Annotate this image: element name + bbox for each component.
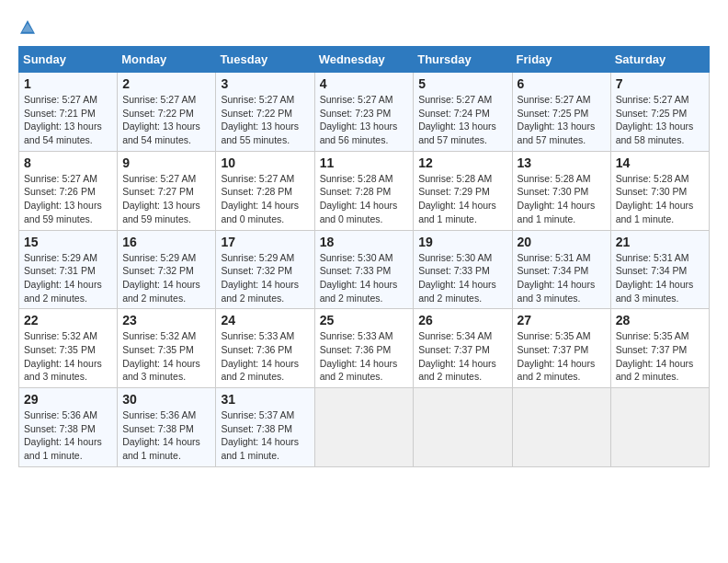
day-number: 16 bbox=[122, 235, 210, 249]
day-info: Sunrise: 5:27 AMSunset: 7:25 PMDaylight:… bbox=[616, 94, 694, 145]
calendar-cell: 10Sunrise: 5:27 AMSunset: 7:28 PMDayligh… bbox=[216, 151, 314, 230]
logo-icon bbox=[18, 18, 37, 37]
calendar-cell: 11Sunrise: 5:28 AMSunset: 7:28 PMDayligh… bbox=[314, 151, 414, 230]
day-number: 15 bbox=[24, 235, 112, 249]
logo bbox=[18, 18, 40, 37]
day-header-thursday: Thursday bbox=[414, 47, 512, 73]
day-number: 26 bbox=[418, 313, 506, 327]
calendar-cell: 23Sunrise: 5:32 AMSunset: 7:35 PMDayligh… bbox=[118, 309, 216, 388]
day-number: 23 bbox=[122, 313, 210, 327]
day-header-monday: Monday bbox=[118, 47, 216, 73]
day-header-wednesday: Wednesday bbox=[314, 47, 414, 73]
day-number: 5 bbox=[418, 76, 506, 91]
day-info: Sunrise: 5:30 AMSunset: 7:33 PMDaylight:… bbox=[320, 252, 398, 304]
calendar-cell: 24Sunrise: 5:33 AMSunset: 7:36 PMDayligh… bbox=[216, 309, 314, 388]
day-number: 18 bbox=[320, 235, 409, 249]
day-info: Sunrise: 5:32 AMSunset: 7:35 PMDaylight:… bbox=[24, 330, 102, 382]
day-info: Sunrise: 5:27 AMSunset: 7:21 PMDaylight:… bbox=[24, 94, 102, 145]
day-info: Sunrise: 5:31 AMSunset: 7:34 PMDaylight:… bbox=[616, 252, 694, 304]
day-info: Sunrise: 5:28 AMSunset: 7:30 PMDaylight:… bbox=[616, 173, 694, 224]
day-number: 20 bbox=[518, 235, 606, 249]
day-info: Sunrise: 5:27 AMSunset: 7:27 PMDaylight:… bbox=[122, 173, 200, 224]
calendar-cell: 8Sunrise: 5:27 AMSunset: 7:26 PMDaylight… bbox=[19, 151, 118, 230]
day-number: 25 bbox=[320, 313, 409, 327]
calendar-cell bbox=[414, 388, 512, 467]
day-number: 7 bbox=[616, 76, 704, 91]
calendar-cell: 21Sunrise: 5:31 AMSunset: 7:34 PMDayligh… bbox=[610, 230, 709, 309]
day-number: 28 bbox=[616, 313, 704, 327]
day-info: Sunrise: 5:27 AMSunset: 7:28 PMDaylight:… bbox=[221, 173, 299, 224]
day-info: Sunrise: 5:27 AMSunset: 7:22 PMDaylight:… bbox=[221, 94, 299, 145]
calendar-cell: 15Sunrise: 5:29 AMSunset: 7:31 PMDayligh… bbox=[19, 230, 118, 309]
calendar-cell: 25Sunrise: 5:33 AMSunset: 7:36 PMDayligh… bbox=[314, 309, 414, 388]
day-info: Sunrise: 5:36 AMSunset: 7:38 PMDaylight:… bbox=[24, 409, 102, 461]
calendar-cell: 3Sunrise: 5:27 AMSunset: 7:22 PMDaylight… bbox=[216, 73, 314, 152]
calendar-cell bbox=[314, 388, 414, 467]
calendar-row: 29Sunrise: 5:36 AMSunset: 7:38 PMDayligh… bbox=[19, 388, 710, 467]
calendar-cell: 12Sunrise: 5:28 AMSunset: 7:29 PMDayligh… bbox=[414, 151, 512, 230]
day-number: 12 bbox=[418, 155, 506, 170]
calendar-cell: 13Sunrise: 5:28 AMSunset: 7:30 PMDayligh… bbox=[512, 151, 610, 230]
day-number: 19 bbox=[418, 235, 506, 249]
day-info: Sunrise: 5:28 AMSunset: 7:30 PMDaylight:… bbox=[518, 173, 596, 224]
day-number: 21 bbox=[616, 235, 704, 249]
calendar-cell: 26Sunrise: 5:34 AMSunset: 7:37 PMDayligh… bbox=[414, 309, 512, 388]
day-number: 4 bbox=[320, 76, 409, 91]
day-info: Sunrise: 5:27 AMSunset: 7:25 PMDaylight:… bbox=[518, 94, 596, 145]
day-info: Sunrise: 5:29 AMSunset: 7:32 PMDaylight:… bbox=[122, 252, 200, 304]
calendar-cell: 14Sunrise: 5:28 AMSunset: 7:30 PMDayligh… bbox=[610, 151, 709, 230]
day-number: 11 bbox=[320, 155, 409, 170]
calendar-cell: 17Sunrise: 5:29 AMSunset: 7:32 PMDayligh… bbox=[216, 230, 314, 309]
calendar-cell: 31Sunrise: 5:37 AMSunset: 7:38 PMDayligh… bbox=[216, 388, 314, 467]
day-info: Sunrise: 5:30 AMSunset: 7:33 PMDaylight:… bbox=[418, 252, 496, 304]
calendar-cell: 16Sunrise: 5:29 AMSunset: 7:32 PMDayligh… bbox=[118, 230, 216, 309]
calendar-row: 8Sunrise: 5:27 AMSunset: 7:26 PMDaylight… bbox=[19, 151, 710, 230]
day-number: 8 bbox=[24, 155, 112, 170]
day-number: 10 bbox=[221, 155, 309, 170]
day-number: 24 bbox=[221, 313, 309, 327]
day-header-sunday: Sunday bbox=[19, 47, 118, 73]
day-number: 2 bbox=[122, 76, 210, 91]
day-number: 14 bbox=[616, 155, 704, 170]
calendar-cell: 5Sunrise: 5:27 AMSunset: 7:24 PMDaylight… bbox=[414, 73, 512, 152]
day-number: 3 bbox=[221, 76, 309, 91]
calendar-cell: 28Sunrise: 5:35 AMSunset: 7:37 PMDayligh… bbox=[610, 309, 709, 388]
calendar-cell: 9Sunrise: 5:27 AMSunset: 7:27 PMDaylight… bbox=[118, 151, 216, 230]
day-number: 27 bbox=[518, 313, 606, 327]
calendar-cell: 27Sunrise: 5:35 AMSunset: 7:37 PMDayligh… bbox=[512, 309, 610, 388]
calendar-cell: 30Sunrise: 5:36 AMSunset: 7:38 PMDayligh… bbox=[118, 388, 216, 467]
day-number: 6 bbox=[518, 76, 606, 91]
day-number: 1 bbox=[24, 76, 112, 91]
day-info: Sunrise: 5:27 AMSunset: 7:22 PMDaylight:… bbox=[122, 94, 200, 145]
calendar-row: 22Sunrise: 5:32 AMSunset: 7:35 PMDayligh… bbox=[19, 309, 710, 388]
day-info: Sunrise: 5:33 AMSunset: 7:36 PMDaylight:… bbox=[320, 330, 398, 382]
day-info: Sunrise: 5:28 AMSunset: 7:28 PMDaylight:… bbox=[320, 173, 398, 224]
calendar-cell: 18Sunrise: 5:30 AMSunset: 7:33 PMDayligh… bbox=[314, 230, 414, 309]
day-info: Sunrise: 5:27 AMSunset: 7:23 PMDaylight:… bbox=[320, 94, 398, 145]
day-info: Sunrise: 5:35 AMSunset: 7:37 PMDaylight:… bbox=[616, 330, 694, 382]
day-info: Sunrise: 5:27 AMSunset: 7:26 PMDaylight:… bbox=[24, 173, 102, 224]
day-number: 22 bbox=[24, 313, 112, 327]
day-info: Sunrise: 5:29 AMSunset: 7:31 PMDaylight:… bbox=[24, 252, 102, 304]
calendar-cell: 2Sunrise: 5:27 AMSunset: 7:22 PMDaylight… bbox=[118, 73, 216, 152]
day-info: Sunrise: 5:34 AMSunset: 7:37 PMDaylight:… bbox=[418, 330, 496, 382]
day-number: 30 bbox=[122, 392, 210, 407]
day-info: Sunrise: 5:32 AMSunset: 7:35 PMDaylight:… bbox=[122, 330, 200, 382]
calendar-cell: 1Sunrise: 5:27 AMSunset: 7:21 PMDaylight… bbox=[19, 73, 118, 152]
calendar-cell: 4Sunrise: 5:27 AMSunset: 7:23 PMDaylight… bbox=[314, 73, 414, 152]
day-info: Sunrise: 5:28 AMSunset: 7:29 PMDaylight:… bbox=[418, 173, 496, 224]
calendar-cell bbox=[610, 388, 709, 467]
page-header bbox=[18, 18, 710, 37]
day-number: 31 bbox=[221, 392, 309, 407]
calendar-cell: 7Sunrise: 5:27 AMSunset: 7:25 PMDaylight… bbox=[610, 73, 709, 152]
calendar-table: SundayMondayTuesdayWednesdayThursdayFrid… bbox=[18, 46, 710, 467]
calendar-row: 1Sunrise: 5:27 AMSunset: 7:21 PMDaylight… bbox=[19, 73, 710, 152]
day-info: Sunrise: 5:37 AMSunset: 7:38 PMDaylight:… bbox=[221, 409, 299, 461]
day-info: Sunrise: 5:36 AMSunset: 7:38 PMDaylight:… bbox=[122, 409, 200, 461]
day-info: Sunrise: 5:31 AMSunset: 7:34 PMDaylight:… bbox=[518, 252, 596, 304]
day-info: Sunrise: 5:35 AMSunset: 7:37 PMDaylight:… bbox=[518, 330, 596, 382]
day-header-friday: Friday bbox=[512, 47, 610, 73]
day-info: Sunrise: 5:27 AMSunset: 7:24 PMDaylight:… bbox=[418, 94, 496, 145]
calendar-cell: 19Sunrise: 5:30 AMSunset: 7:33 PMDayligh… bbox=[414, 230, 512, 309]
calendar-cell: 6Sunrise: 5:27 AMSunset: 7:25 PMDaylight… bbox=[512, 73, 610, 152]
